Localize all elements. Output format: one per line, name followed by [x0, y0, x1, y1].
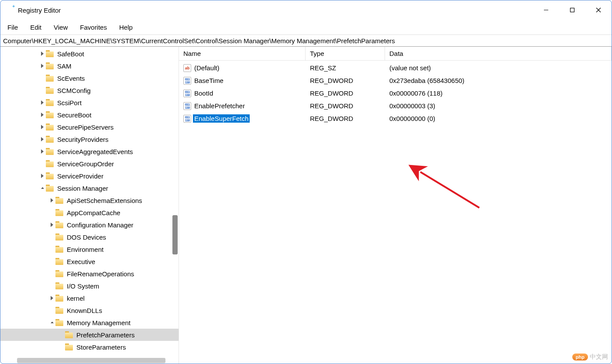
menu-favorites[interactable]: Favorites: [75, 22, 112, 33]
value-name: BootId: [193, 89, 214, 97]
tree-item[interactable]: SecurityProviders: [0, 133, 179, 145]
tree-item[interactable]: SAM: [0, 60, 179, 72]
column-name[interactable]: Name: [179, 47, 306, 60]
value-row[interactable]: 011110EnableSuperFetchREG_DWORD0x0000000…: [179, 112, 612, 125]
window-controls: [533, 0, 612, 20]
value-row[interactable]: 011110BaseTimeREG_DWORD0x273edaba (65843…: [179, 74, 612, 87]
chevron-right-icon[interactable]: [39, 113, 46, 117]
tree-item[interactable]: DOS Devices: [0, 231, 179, 243]
value-data: 0x00000076 (118): [385, 89, 612, 97]
tree-panel: SafeBootSAMScEventsSCMConfigScsiPortSecu…: [0, 47, 179, 364]
tree-item-label: SafeBoot: [57, 49, 86, 58]
chevron-right-icon[interactable]: [39, 137, 46, 141]
column-data[interactable]: Data: [385, 47, 612, 60]
tree-item[interactable]: ServiceAggregatedEvents: [0, 145, 179, 158]
tree-item[interactable]: ScEvents: [0, 72, 179, 84]
menubar: File Edit View Favorites Help: [0, 20, 612, 34]
tree-item[interactable]: ApiSetSchemaExtensions: [0, 194, 179, 206]
tree-item-label: SecureBoot: [57, 110, 93, 120]
folder-icon: [55, 197, 64, 204]
tree-item[interactable]: KnownDLLs: [0, 304, 179, 316]
tree-item[interactable]: Environment: [0, 243, 179, 255]
folder-icon: [46, 75, 55, 82]
tree-item-label: Environment: [67, 245, 105, 254]
column-type[interactable]: Type: [306, 47, 385, 60]
value-data: 0x273edaba (658430650): [385, 77, 612, 84]
chevron-down-icon[interactable]: [48, 322, 55, 324]
tree-item[interactable]: SecureBoot: [0, 109, 179, 121]
watermark: php 中文网: [572, 353, 608, 361]
chevron-right-icon[interactable]: [39, 100, 46, 105]
tree-item-label: SAM: [57, 62, 73, 71]
chevron-right-icon[interactable]: [48, 198, 55, 203]
vertical-scrollbar[interactable]: [172, 47, 179, 364]
watermark-text: 中文网: [590, 353, 608, 361]
value-type: REG_DWORD: [306, 102, 385, 110]
tree-item[interactable]: ServiceProvider: [0, 170, 179, 182]
folder-icon: [55, 282, 64, 289]
folder-icon: [55, 221, 64, 228]
folder-icon: [65, 331, 74, 338]
menu-view[interactable]: View: [48, 22, 73, 33]
chevron-right-icon[interactable]: [48, 296, 55, 300]
tree-item-label: SCMConfig: [57, 86, 93, 95]
value-type: REG_DWORD: [306, 89, 385, 97]
tree-item[interactable]: Session Manager: [0, 182, 179, 194]
scrollbar-thumb[interactable]: [172, 215, 178, 254]
chevron-right-icon[interactable]: [39, 52, 46, 56]
maximize-button[interactable]: [559, 0, 585, 20]
menu-edit[interactable]: Edit: [25, 22, 47, 33]
tree-item-label: StoreParameters: [76, 343, 127, 352]
chevron-right-icon[interactable]: [39, 174, 46, 178]
tree-item[interactable]: ScsiPort: [0, 96, 179, 109]
tree-item[interactable]: SCMConfig: [0, 84, 179, 96]
chevron-down-icon[interactable]: [39, 187, 46, 189]
scrollbar-thumb[interactable]: [17, 358, 165, 363]
registry-tree[interactable]: SafeBootSAMScEventsSCMConfigScsiPortSecu…: [0, 47, 179, 353]
folder-icon: [55, 258, 64, 265]
tree-item[interactable]: I/O System: [0, 280, 179, 292]
tree-item[interactable]: PrefetchParameters: [0, 329, 179, 341]
tree-item-label: ServiceProvider: [57, 172, 105, 181]
tree-item[interactable]: SafeBoot: [0, 48, 179, 60]
tree-item[interactable]: SecurePipeServers: [0, 121, 179, 133]
addressbar[interactable]: Computer\HKEY_LOCAL_MACHINE\SYSTEM\Curre…: [0, 34, 612, 47]
value-name: EnableSuperFetch: [193, 114, 250, 123]
horizontal-scrollbar[interactable]: [0, 357, 172, 364]
folder-icon: [46, 172, 55, 179]
tree-item[interactable]: Memory Management: [0, 316, 179, 329]
value-row[interactable]: ab(Default)REG_SZ(value not set): [179, 62, 612, 74]
tree-item[interactable]: Executive: [0, 255, 179, 268]
folder-icon: [55, 307, 64, 314]
chevron-right-icon[interactable]: [39, 125, 46, 129]
value-name: EnablePrefetcher: [193, 102, 246, 110]
minimize-button[interactable]: [533, 0, 559, 20]
tree-item-label: Session Manager: [57, 184, 110, 193]
tree-item[interactable]: AppCompatCache: [0, 206, 179, 219]
tree-item[interactable]: kernel: [0, 292, 179, 304]
tree-item[interactable]: StoreParameters: [0, 341, 179, 353]
tree-item-label: ApiSetSchemaExtensions: [67, 196, 144, 205]
tree-item-label: DOS Devices: [67, 233, 108, 242]
tree-item[interactable]: ServiceGroupOrder: [0, 158, 179, 170]
value-row[interactable]: 011110BootIdREG_DWORD0x00000076 (118): [179, 87, 612, 100]
folder-icon: [65, 343, 74, 350]
svg-rect-1: [571, 8, 574, 12]
chevron-right-icon[interactable]: [39, 149, 46, 154]
main-area: SafeBootSAMScEventsSCMConfigScsiPortSecu…: [0, 47, 612, 364]
folder-icon: [55, 234, 64, 240]
menu-help[interactable]: Help: [114, 22, 138, 33]
tree-item[interactable]: FileRenameOperations: [0, 268, 179, 280]
value-row[interactable]: 011110EnablePrefetcherREG_DWORD0x0000000…: [179, 100, 612, 112]
folder-icon: [55, 270, 64, 277]
chevron-right-icon[interactable]: [39, 64, 46, 68]
close-button[interactable]: [585, 0, 612, 20]
value-list[interactable]: ab(Default)REG_SZ(value not set)011110Ba…: [179, 61, 612, 364]
folder-icon: [46, 50, 55, 57]
folder-icon: [46, 99, 55, 106]
chevron-right-icon[interactable]: [48, 223, 55, 227]
menu-file[interactable]: File: [2, 22, 23, 33]
tree-item-label: kernel: [67, 294, 86, 303]
tree-item[interactable]: Configuration Manager: [0, 219, 179, 231]
folder-icon: [46, 185, 55, 192]
